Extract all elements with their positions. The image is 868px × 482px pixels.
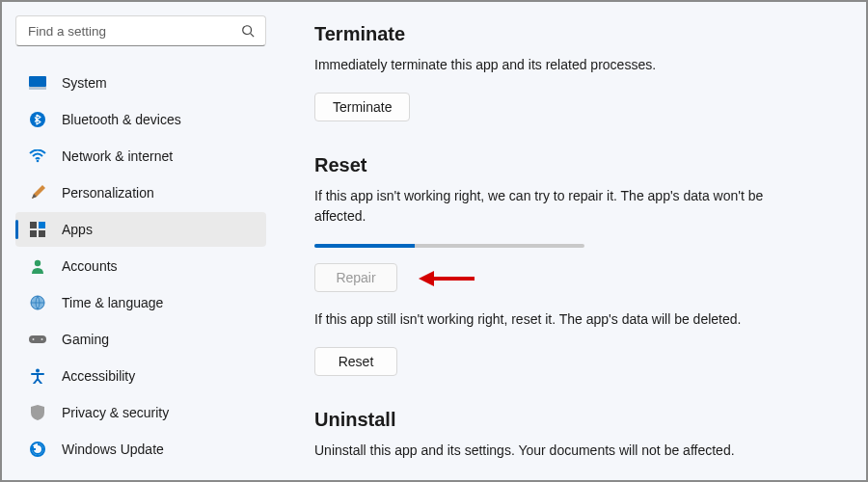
uninstall-desc: Uninstall this app and its settings. You… xyxy=(314,441,768,461)
sidebar-item-label: Accessibility xyxy=(62,368,135,384)
paintbrush-icon xyxy=(29,184,46,201)
sidebar-item-gaming[interactable]: Gaming xyxy=(15,322,266,357)
sidebar-item-label: Accounts xyxy=(62,258,118,274)
svg-rect-3 xyxy=(29,87,46,90)
search-input[interactable] xyxy=(15,15,266,46)
sidebar-item-system[interactable]: System xyxy=(15,66,266,100)
sidebar-item-apps[interactable]: Apps xyxy=(15,212,266,247)
sidebar-item-label: Windows Update xyxy=(62,442,164,457)
svg-rect-8 xyxy=(30,230,37,237)
terminate-section: Terminate Immediately terminate this app… xyxy=(314,23,837,121)
svg-rect-9 xyxy=(39,230,45,237)
shield-icon xyxy=(29,404,46,421)
uninstall-title: Uninstall xyxy=(314,409,837,431)
svg-point-14 xyxy=(33,338,35,340)
annotation-arrow-icon xyxy=(419,268,475,289)
repair-progress-fill xyxy=(314,244,415,248)
sidebar-item-label: Gaming xyxy=(62,332,109,347)
sidebar-item-update[interactable]: Windows Update xyxy=(15,432,266,467)
repair-progress xyxy=(314,244,584,248)
system-icon xyxy=(29,74,46,92)
svg-rect-2 xyxy=(29,76,46,87)
svg-point-15 xyxy=(41,338,43,340)
reset-button[interactable]: Reset xyxy=(314,347,397,376)
terminate-desc: Immediately terminate this app and its r… xyxy=(314,55,768,75)
sidebar-item-label: Network & internet xyxy=(62,148,173,164)
svg-rect-13 xyxy=(29,335,46,343)
reset-title: Reset xyxy=(314,154,837,176)
search-box xyxy=(15,15,266,46)
svg-point-5 xyxy=(37,160,40,163)
sidebar-item-time[interactable]: Time & language xyxy=(15,285,266,320)
svg-rect-6 xyxy=(30,222,37,228)
person-icon xyxy=(29,257,46,275)
main-content: Terminate Immediately terminate this app… xyxy=(280,2,866,480)
gamepad-icon xyxy=(29,331,46,348)
sidebar-item-accounts[interactable]: Accounts xyxy=(15,249,266,283)
sidebar-item-label: System xyxy=(62,75,107,91)
wifi-icon xyxy=(29,147,46,165)
terminate-title: Terminate xyxy=(314,23,837,45)
reset-repair-desc: If this app isn't working right, we can … xyxy=(314,186,768,227)
accessibility-icon xyxy=(29,367,46,385)
sidebar-item-label: Personalization xyxy=(62,185,154,201)
repair-button: Repair xyxy=(314,263,397,292)
sidebar-item-privacy[interactable]: Privacy & security xyxy=(15,395,266,430)
svg-line-1 xyxy=(251,34,255,38)
reset-section: Reset If this app isn't working right, w… xyxy=(314,154,837,376)
bluetooth-icon xyxy=(29,111,46,128)
sidebar-item-label: Apps xyxy=(62,222,93,237)
sidebar-item-personalization[interactable]: Personalization xyxy=(15,175,266,210)
sidebar-item-label: Time & language xyxy=(62,295,163,310)
search-icon xyxy=(241,24,255,38)
svg-point-0 xyxy=(243,26,252,35)
svg-marker-19 xyxy=(419,271,434,286)
sidebar-item-label: Privacy & security xyxy=(62,405,169,420)
reset-desc: If this app still isn't working right, r… xyxy=(314,309,768,330)
update-icon xyxy=(29,441,46,458)
terminate-button[interactable]: Terminate xyxy=(314,93,410,121)
sidebar: System Bluetooth & devices Network & int… xyxy=(2,2,280,480)
uninstall-section: Uninstall Uninstall this app and its set… xyxy=(314,409,837,461)
sidebar-item-label: Bluetooth & devices xyxy=(62,112,181,127)
svg-rect-7 xyxy=(39,222,45,228)
globe-clock-icon xyxy=(29,294,46,311)
svg-point-10 xyxy=(35,260,41,266)
nav-list: System Bluetooth & devices Network & int… xyxy=(15,66,266,467)
sidebar-item-bluetooth[interactable]: Bluetooth & devices xyxy=(15,102,266,137)
apps-icon xyxy=(29,221,46,238)
svg-point-16 xyxy=(36,369,40,373)
sidebar-item-network[interactable]: Network & internet xyxy=(15,139,266,174)
sidebar-item-accessibility[interactable]: Accessibility xyxy=(15,359,266,393)
